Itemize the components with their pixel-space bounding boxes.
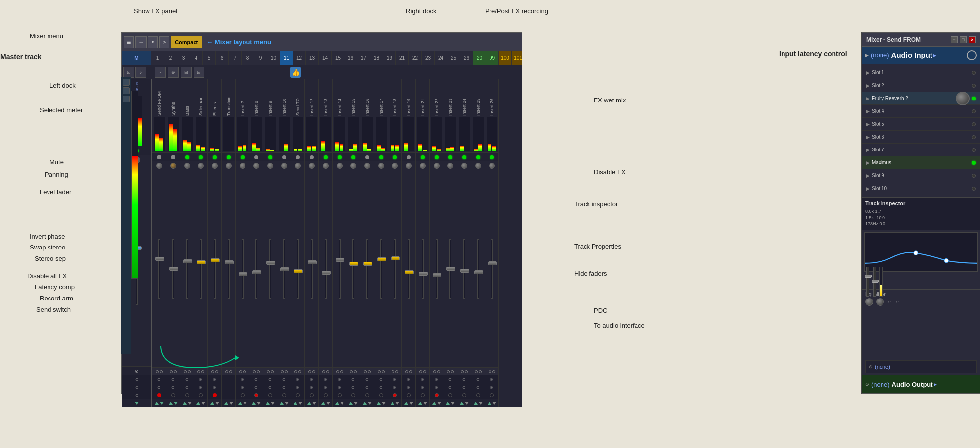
left-dock-icon-3[interactable]: [123, 96, 130, 102]
bookmark-btn[interactable]: ⊳: [159, 36, 169, 48]
mute-7[interactable]: [338, 155, 342, 159]
ctrl-icon-wave[interactable]: ~: [155, 67, 166, 78]
ctrl-icon-3[interactable]: ⊕: [168, 67, 179, 78]
track-3[interactable]: 3: [177, 51, 190, 65]
fx-slot-10[interactable]: ▶ Slot 10: [862, 182, 980, 195]
eq-knob-2[interactable]: [876, 298, 884, 306]
mute-3[interactable]: [282, 155, 286, 159]
pan-11[interactable]: [392, 163, 398, 169]
mute-15[interactable]: [448, 155, 452, 159]
track-2[interactable]: 2: [164, 51, 177, 65]
left-dock-icon-1[interactable]: [123, 79, 130, 86]
clock-icon[interactable]: [967, 50, 977, 60]
mute-18[interactable]: [490, 155, 494, 159]
fx-slot-3[interactable]: ▶ Fruity Reeverb 2: [862, 92, 980, 105]
track-100[interactable]: 100: [499, 51, 512, 65]
track-9[interactable]: 9: [254, 51, 267, 65]
props-fader-2-handle[interactable]: [872, 280, 879, 283]
mute-0[interactable]: [241, 155, 245, 159]
mute-effects[interactable]: [213, 155, 217, 159]
fx-slot-7[interactable]: ▶ Slot 7: [862, 144, 980, 156]
restore-button[interactable]: □: [960, 36, 967, 43]
track-14[interactable]: 14: [319, 51, 332, 65]
fx-slot-10-led[interactable]: [972, 187, 976, 191]
track-11[interactable]: 11: [280, 51, 293, 65]
track-8[interactable]: 8: [242, 51, 254, 65]
fx-slot-1[interactable]: ▶ Slot 1: [862, 66, 980, 79]
mute-bass[interactable]: [185, 155, 189, 159]
fader-17[interactable]: [474, 270, 483, 274]
pan-synths[interactable]: [170, 163, 176, 169]
pan-18[interactable]: [489, 163, 495, 169]
mute-14[interactable]: [435, 155, 439, 159]
fx-slot-3-led[interactable]: [972, 97, 976, 100]
fader-12[interactable]: [405, 270, 414, 274]
mixer-menu-button[interactable]: ≡: [124, 36, 134, 48]
mute-2[interactable]: [268, 155, 272, 159]
track-23[interactable]: 23: [422, 51, 435, 65]
fader-11[interactable]: [391, 256, 400, 260]
track-16[interactable]: 16: [344, 51, 357, 65]
mute-8[interactable]: [351, 155, 355, 159]
fader-8[interactable]: [349, 262, 358, 266]
fader-14[interactable]: [433, 273, 441, 277]
fader-18[interactable]: [488, 261, 497, 265]
track-6[interactable]: 6: [216, 51, 229, 65]
mute-sidechain[interactable]: [199, 155, 203, 159]
track-19[interactable]: 19: [383, 51, 396, 65]
left-dock-icon-2[interactable]: [123, 87, 130, 94]
fader-16[interactable]: [460, 269, 469, 273]
track-7[interactable]: 7: [229, 51, 242, 65]
fader-15[interactable]: [446, 267, 455, 271]
ctrl-icon-4[interactable]: ⊞: [181, 67, 192, 78]
pan-1[interactable]: [156, 163, 162, 169]
pan-6[interactable]: [323, 163, 329, 169]
mute-17[interactable]: [476, 155, 480, 159]
fader-1[interactable]: [252, 270, 261, 274]
fx-slot-6[interactable]: ▶ Slot 6: [862, 131, 980, 144]
track-5[interactable]: 5: [203, 51, 216, 65]
mute-5[interactable]: [310, 155, 314, 159]
fader-5[interactable]: [308, 260, 317, 264]
close-button[interactable]: ×: [969, 36, 976, 43]
fader-synths[interactable]: [169, 267, 178, 271]
pan-5[interactable]: [309, 163, 315, 169]
arrow-right-btn[interactable]: →: [135, 36, 147, 48]
fx-slot-7-led[interactable]: [972, 148, 976, 152]
track-1[interactable]: 1: [151, 51, 164, 65]
fx-slot-4-led[interactable]: [972, 109, 976, 113]
fx-slot-1-led[interactable]: [972, 71, 976, 75]
pan-0[interactable]: [240, 163, 245, 169]
fx-slot-maximus[interactable]: ▶ Maximus: [862, 156, 980, 169]
mute-6[interactable]: [324, 155, 328, 159]
track-26[interactable]: 26: [460, 51, 473, 65]
mute-lock-1[interactable]: [157, 155, 161, 159]
mute-4[interactable]: [296, 155, 300, 159]
track-101[interactable]: 101: [512, 51, 522, 65]
track-15[interactable]: 15: [332, 51, 344, 65]
fx-knob-fruity[interactable]: [956, 92, 970, 105]
track-13[interactable]: 13: [306, 51, 319, 65]
track-17[interactable]: 17: [357, 51, 370, 65]
fader-13[interactable]: [419, 272, 428, 276]
fx-slot-maximus-led[interactable]: [972, 161, 976, 165]
fx-slot-2-led[interactable]: [972, 84, 976, 88]
fx-slot-2[interactable]: ▶ Slot 2: [862, 79, 980, 92]
pan-17[interactable]: [475, 163, 481, 169]
fader-7[interactable]: [336, 258, 344, 262]
pan-13[interactable]: [420, 163, 426, 169]
pan-7[interactable]: [337, 163, 343, 169]
fx-slot-5-led[interactable]: [972, 122, 976, 126]
fader-0[interactable]: [239, 272, 247, 276]
fader-6[interactable]: [322, 271, 331, 275]
props-fader-1[interactable]: [866, 267, 869, 297]
fader-4[interactable]: [294, 269, 303, 273]
track-24[interactable]: 24: [435, 51, 447, 65]
fx-slot-5[interactable]: ▶ Slot 5: [862, 118, 980, 131]
mute-12[interactable]: [407, 155, 411, 159]
pan-effects[interactable]: [212, 163, 218, 169]
pan-3[interactable]: [281, 163, 287, 169]
pan-2[interactable]: [267, 163, 273, 169]
pan-10[interactable]: [378, 163, 384, 169]
props-fader-1-handle[interactable]: [865, 275, 872, 278]
